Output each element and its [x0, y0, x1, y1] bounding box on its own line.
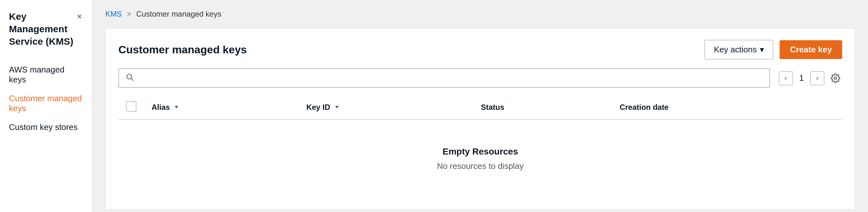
settings-button[interactable] — [829, 71, 842, 85]
sidebar: Key Management Service (KMS) × AWS manag… — [0, 0, 93, 212]
svg-marker-4 — [335, 106, 339, 109]
search-container: ‹ 1 › — [118, 68, 842, 88]
search-input[interactable] — [138, 73, 763, 83]
key-actions-label: Key actions — [714, 45, 756, 55]
sidebar-header: Key Management Service (KMS) × — [0, 10, 92, 60]
pagination-current-page: 1 — [798, 73, 806, 83]
svg-point-2 — [834, 77, 837, 80]
empty-state-title: Empty Resources — [126, 147, 835, 157]
table-body: Empty Resources No resources to display — [118, 119, 842, 198]
close-icon[interactable]: × — [75, 10, 83, 23]
th-select-all — [118, 95, 144, 119]
sidebar-item-customer-managed[interactable]: Customer managed keys — [0, 89, 92, 118]
sidebar-item-custom-key-stores[interactable]: Custom key stores — [0, 118, 92, 137]
svg-marker-3 — [175, 106, 178, 109]
keys-table: Alias Key ID — [118, 95, 842, 198]
search-icon — [125, 73, 134, 83]
th-alias: Alias — [144, 95, 299, 119]
empty-state-text: No resources to display — [126, 161, 835, 171]
th-creation-date: Creation date — [612, 95, 842, 119]
content-card: Customer managed keys Key actions ▾ Crea… — [105, 28, 855, 210]
breadcrumb-kms-link[interactable]: KMS — [105, 9, 122, 19]
sidebar-nav: AWS managed keys Customer managed keys C… — [0, 60, 92, 137]
th-alias-label: Alias — [152, 103, 170, 112]
th-status-label: Status — [481, 103, 504, 112]
main-content: KMS > Customer managed keys Customer man… — [93, 0, 868, 212]
sidebar-title: Key Management Service (KMS) — [9, 10, 75, 48]
page-title: Customer managed keys — [118, 43, 247, 56]
breadcrumb-current: Customer managed keys — [136, 9, 221, 19]
th-key-id: Key ID — [299, 95, 473, 119]
empty-state: Empty Resources No resources to display — [126, 127, 835, 190]
th-status: Status — [473, 95, 612, 119]
empty-state-row: Empty Resources No resources to display — [118, 120, 842, 198]
alias-sort-icon[interactable] — [174, 103, 179, 112]
search-wrapper — [118, 68, 770, 88]
pagination-prev-button[interactable]: ‹ — [779, 71, 793, 85]
pagination-next-button[interactable]: › — [810, 71, 824, 85]
header-actions: Key actions ▾ Create key — [705, 40, 842, 59]
dropdown-arrow-icon: ▾ — [760, 45, 764, 55]
pagination-controls: ‹ 1 › — [779, 71, 842, 85]
th-key-id-label: Key ID — [306, 103, 330, 112]
breadcrumb: KMS > Customer managed keys — [105, 9, 855, 19]
create-key-button[interactable]: Create key — [780, 40, 842, 59]
key-actions-button[interactable]: Key actions ▾ — [705, 40, 773, 59]
th-creation-date-label: Creation date — [620, 103, 669, 112]
svg-line-1 — [131, 79, 133, 81]
card-header: Customer managed keys Key actions ▾ Crea… — [118, 40, 842, 59]
select-all-checkbox[interactable] — [126, 101, 136, 112]
breadcrumb-separator: > — [127, 10, 131, 18]
table-header: Alias Key ID — [118, 95, 842, 119]
key-id-sort-icon[interactable] — [334, 103, 340, 112]
sidebar-item-aws-managed[interactable]: AWS managed keys — [0, 60, 92, 89]
